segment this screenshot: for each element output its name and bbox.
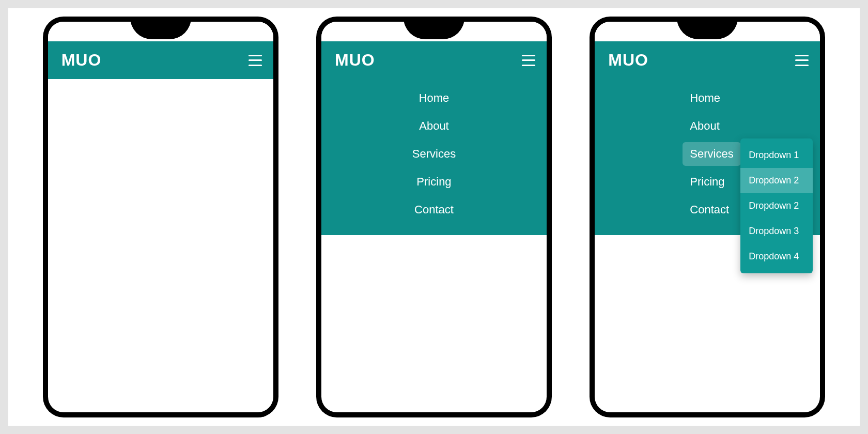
dropdown-item[interactable]: Dropdown 2 <box>740 168 813 193</box>
dropdown-item[interactable]: Dropdown 1 <box>740 143 813 168</box>
navbar: MUO <box>595 41 820 79</box>
phone-screen: MUO <box>48 22 273 412</box>
brand-logo[interactable]: MUO <box>608 51 648 70</box>
hamburger-icon[interactable] <box>249 55 262 66</box>
services-dropdown: Dropdown 1 Dropdown 2 Dropdown 2 Dropdow… <box>740 138 813 273</box>
menu-item-home[interactable]: Home <box>412 86 457 110</box>
brand-logo[interactable]: MUO <box>61 51 102 70</box>
brand-logo[interactable]: MUO <box>335 51 375 70</box>
menu-item-about[interactable]: About <box>412 114 456 138</box>
dropdown-item[interactable]: Dropdown 4 <box>740 244 813 269</box>
navbar: MUO <box>321 41 547 79</box>
dropdown-item[interactable]: Dropdown 3 <box>740 219 813 244</box>
phone-frame: MUO Home About Services Pricing Contact <box>316 17 552 417</box>
navbar: MUO <box>48 41 273 79</box>
phone-screen: MUO Home About Services Pricing Contact … <box>595 22 820 412</box>
menu-item-services[interactable]: Services <box>405 142 463 166</box>
hamburger-icon[interactable] <box>795 55 809 66</box>
main-menu: Home About Services Pricing Contact <box>321 79 547 235</box>
dropdown-item[interactable]: Dropdown 2 <box>740 193 813 219</box>
menu-item-pricing[interactable]: Pricing <box>409 170 458 194</box>
preview-canvas: MUO MUO Home About Services Pricing <box>8 8 860 426</box>
menu-item-pricing[interactable]: Pricing <box>683 170 732 194</box>
hamburger-icon[interactable] <box>522 55 535 66</box>
menu-item-contact[interactable]: Contact <box>683 198 736 222</box>
phone-screen: MUO Home About Services Pricing Contact <box>321 22 547 412</box>
phone-frame: MUO Home About Services Pricing Contact … <box>590 17 825 417</box>
menu-item-home[interactable]: Home <box>683 86 727 110</box>
menu-item-about[interactable]: About <box>683 114 727 138</box>
phone-frame: MUO <box>43 17 278 417</box>
menu-item-services[interactable]: Services <box>683 142 740 166</box>
menu-item-contact[interactable]: Contact <box>407 198 461 222</box>
